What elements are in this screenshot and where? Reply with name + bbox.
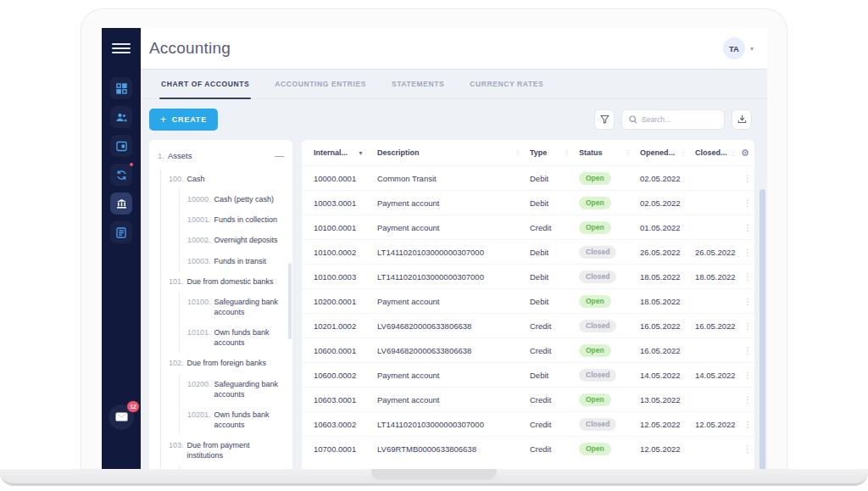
sidebar-item-messages[interactable]: 12 [108, 405, 134, 430]
tree-item[interactable]: 10101. Own funds bank accounts [158, 322, 284, 353]
row-actions-kebab-icon[interactable]: ⋮ [741, 272, 754, 282]
tree-item-label: Due from domestic banks [187, 276, 274, 287]
tree-item[interactable]: 10001. Funds in collection [158, 209, 284, 230]
row-actions-kebab-icon[interactable]: ⋮ [741, 174, 754, 183]
cell-internal-number: 10100.0003 [314, 272, 377, 282]
cell-type: Credit [530, 420, 579, 429]
mail-badge: 12 [126, 400, 140, 413]
sidebar-item-dashboard[interactable] [110, 77, 132, 99]
row-actions-kebab-icon[interactable]: ⋮ [741, 420, 754, 429]
table-row[interactable]: 10600.0002 Payment account Debit Closed … [302, 362, 754, 387]
status-badge: Closed [579, 320, 616, 332]
table-row[interactable]: 10603.0002 LT1411020103000000307000 Cred… [302, 411, 754, 436]
row-actions-kebab-icon[interactable]: ⋮ [741, 395, 754, 405]
status-badge: Open [579, 443, 611, 455]
cell-status: Open [579, 344, 640, 357]
user-menu[interactable]: TA ▾ [723, 37, 754, 59]
column-header-internal[interactable]: Internal...▼ [314, 148, 377, 157]
tree-guide-line [160, 230, 161, 250]
tree-guide-line [179, 292, 180, 322]
sidebar-item-cards[interactable] [110, 135, 132, 157]
tree-root-label: Assets [168, 151, 192, 160]
vertical-scrollbar[interactable] [760, 189, 765, 469]
tree-item-label: Funds in transit [214, 256, 267, 266]
row-actions-kebab-icon[interactable]: ⋮ [741, 321, 754, 331]
sync-icon [116, 170, 127, 181]
create-button[interactable]: + CREATE [149, 109, 218, 131]
cell-closed-date: 12.05.2022 [695, 420, 741, 429]
cell-opened-date: 16.05.2022 [640, 321, 695, 331]
tree-guide-line [179, 189, 180, 209]
avatar[interactable]: TA [723, 37, 745, 59]
tree-item[interactable]: 10300. Safeguarding bank accounts [158, 466, 284, 469]
tree-item-label: Own funds bank accounts [214, 410, 284, 430]
tree-item[interactable]: 10003. Funds in transit [158, 251, 284, 271]
row-actions-kebab-icon[interactable]: ⋮ [741, 444, 754, 454]
notification-dot [129, 162, 134, 167]
accounts-tree-panel: 1.Assets — 100. Cash 10000. Cash (petty … [149, 140, 292, 469]
column-header-closed[interactable]: Closed...⋮ [695, 148, 741, 157]
tree-item[interactable]: 10201. Own funds bank accounts [158, 405, 284, 435]
collapse-icon[interactable]: — [275, 150, 284, 160]
cell-status: Open [579, 443, 640, 455]
sidebar-item-accounting[interactable] [110, 192, 132, 215]
tree-item[interactable]: 103. Due from payment institutions [158, 435, 284, 466]
tab-statements[interactable]: STATEMENTS [392, 69, 444, 98]
table-row[interactable]: 10100.0001 Payment account Credit Open 0… [302, 215, 754, 239]
column-header-status[interactable]: Status⋮ [579, 148, 640, 157]
row-actions-kebab-icon[interactable]: ⋮ [741, 371, 754, 380]
export-button[interactable] [732, 109, 752, 130]
content-area: 1.Assets — 100. Cash 10000. Cash (petty … [141, 140, 767, 469]
tree-item-label: Funds in collection [214, 215, 278, 225]
tree-item[interactable]: 102. Due from foreign banks [158, 353, 284, 373]
cell-status: Open [579, 393, 640, 406]
column-header-description[interactable]: Description⋮ [377, 148, 530, 157]
row-actions-kebab-icon[interactable]: ⋮ [741, 248, 754, 257]
filter-button[interactable] [594, 109, 615, 130]
tree-guide-line [179, 209, 180, 230]
tree-item[interactable]: 10100. Safeguarding bank accounts [158, 292, 284, 322]
table-row[interactable]: 10603.0001 Payment account Credit Open 1… [302, 387, 754, 411]
column-header-type[interactable]: Type⋮ [530, 148, 579, 157]
table-row[interactable]: 10201.0002 LV6946820000633806638 Credit … [302, 313, 754, 338]
tab-currency-rates[interactable]: CURRENCY RATES [470, 69, 543, 98]
table-row[interactable]: 10000.0001 Common Transit Debit Open 02.… [302, 165, 754, 190]
search-input[interactable] [642, 115, 717, 124]
table-row[interactable]: 10700.0001 LV69RTMB0000633806638 Credit … [302, 436, 754, 460]
status-badge: Closed [579, 271, 616, 283]
tree-item[interactable]: 100. Cash [158, 169, 284, 189]
row-actions-kebab-icon[interactable]: ⋮ [741, 198, 754, 208]
search-icon [629, 112, 637, 127]
table-row[interactable]: 10100.0002 LT1411020103000000307000 Debi… [302, 239, 754, 264]
row-actions-kebab-icon[interactable]: ⋮ [741, 223, 754, 232]
tree-item[interactable]: 101. Due from domestic banks [158, 271, 284, 292]
cell-opened-date: 18.05.2022 [640, 297, 695, 306]
sidebar-item-reports[interactable] [110, 221, 132, 243]
table-row[interactable]: 10003.0001 Payment account Debit Open 02… [302, 190, 754, 215]
column-header-opened[interactable]: Opened...⋮ [640, 148, 695, 157]
cell-closed-date: 14.05.2022 [695, 371, 741, 380]
tab-accounting-entries[interactable]: ACCOUNTING ENTRIES [275, 69, 366, 98]
tree-guide-line [179, 374, 180, 405]
status-badge: Open [579, 295, 611, 308]
table-row[interactable]: 10200.0001 Payment account Debit Open 18… [302, 288, 754, 313]
cell-internal-number: 10000.0001 [314, 174, 377, 183]
row-actions-kebab-icon[interactable]: ⋮ [741, 346, 754, 355]
column-settings-gear-icon[interactable]: ⚙ [741, 148, 749, 159]
bank-icon [116, 198, 127, 209]
tree-item[interactable]: 10000. Cash (petty cash) [158, 189, 284, 209]
table-row[interactable]: 10100.0003 LT1411020103000000307000 Debi… [302, 264, 754, 288]
sidebar-item-exchange[interactable] [110, 164, 132, 186]
tab-chart-of-accounts[interactable]: CHART OF ACCOUNTS [161, 69, 249, 98]
tree-item[interactable]: 10200. Safeguarding bank accounts [158, 374, 284, 405]
search-box[interactable] [621, 109, 725, 130]
sidebar-item-users[interactable] [110, 106, 132, 128]
tree-root-assets[interactable]: 1.Assets — [158, 150, 284, 169]
tree-item[interactable]: 10002. Overnight deposits [158, 230, 284, 250]
tree-scrollbar[interactable] [288, 263, 292, 339]
cell-status: Closed [579, 418, 640, 431]
cell-internal-number: 10600.0002 [314, 371, 377, 380]
table-row[interactable]: 10600.0001 LV6946820000633806638 Credit … [302, 338, 754, 362]
row-actions-kebab-icon[interactable]: ⋮ [741, 297, 754, 306]
hamburger-menu-icon[interactable] [112, 40, 131, 57]
